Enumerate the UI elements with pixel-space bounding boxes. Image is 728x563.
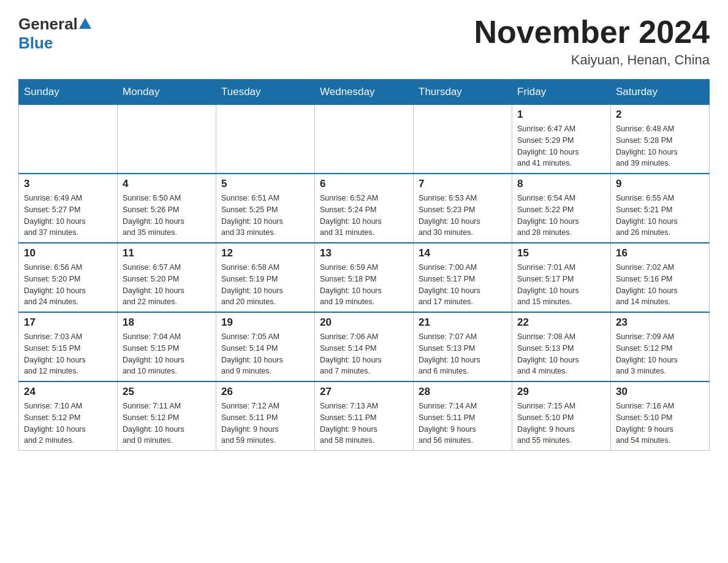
cell-day-number: 9 xyxy=(616,178,704,190)
calendar-cell: 26Sunrise: 7:12 AM Sunset: 5:11 PM Dayli… xyxy=(216,381,315,451)
cell-info: Sunrise: 7:14 AM Sunset: 5:11 PM Dayligh… xyxy=(419,400,507,446)
calendar-cell: 10Sunrise: 6:56 AM Sunset: 5:20 PM Dayli… xyxy=(19,243,118,312)
cell-info: Sunrise: 7:13 AM Sunset: 5:11 PM Dayligh… xyxy=(320,400,408,446)
week-row-3: 10Sunrise: 6:56 AM Sunset: 5:20 PM Dayli… xyxy=(19,243,710,312)
cell-day-number: 11 xyxy=(123,247,211,259)
cell-info: Sunrise: 6:51 AM Sunset: 5:25 PM Dayligh… xyxy=(221,193,309,239)
cell-info: Sunrise: 7:04 AM Sunset: 5:15 PM Dayligh… xyxy=(123,331,211,377)
cell-day-number: 5 xyxy=(221,178,309,190)
cell-info: Sunrise: 6:58 AM Sunset: 5:19 PM Dayligh… xyxy=(221,262,309,308)
week-row-4: 17Sunrise: 7:03 AM Sunset: 5:15 PM Dayli… xyxy=(19,312,710,381)
cell-day-number: 17 xyxy=(24,316,112,329)
cell-day-number: 27 xyxy=(320,386,408,398)
calendar-cell: 6Sunrise: 6:52 AM Sunset: 5:24 PM Daylig… xyxy=(315,174,414,243)
day-header-saturday: Saturday xyxy=(611,80,710,105)
calendar-cell: 11Sunrise: 6:57 AM Sunset: 5:20 PM Dayli… xyxy=(118,243,216,312)
calendar-cell: 29Sunrise: 7:15 AM Sunset: 5:10 PM Dayli… xyxy=(512,381,611,451)
cell-info: Sunrise: 6:48 AM Sunset: 5:28 PM Dayligh… xyxy=(616,123,704,169)
calendar-cell: 1Sunrise: 6:47 AM Sunset: 5:29 PM Daylig… xyxy=(512,105,611,174)
calendar-cell xyxy=(118,105,216,174)
cell-day-number: 25 xyxy=(123,386,211,398)
calendar-cell: 16Sunrise: 7:02 AM Sunset: 5:16 PM Dayli… xyxy=(611,243,710,312)
cell-info: Sunrise: 6:53 AM Sunset: 5:23 PM Dayligh… xyxy=(419,193,507,239)
day-header-monday: Monday xyxy=(118,80,216,105)
cell-info: Sunrise: 7:02 AM Sunset: 5:16 PM Dayligh… xyxy=(616,262,704,308)
cell-info: Sunrise: 6:54 AM Sunset: 5:22 PM Dayligh… xyxy=(517,193,605,239)
week-row-1: 1Sunrise: 6:47 AM Sunset: 5:29 PM Daylig… xyxy=(19,105,710,174)
logo-general-text: General xyxy=(18,15,78,34)
cell-day-number: 21 xyxy=(419,316,507,329)
cell-day-number: 24 xyxy=(24,386,112,398)
week-row-5: 24Sunrise: 7:10 AM Sunset: 5:12 PM Dayli… xyxy=(19,381,710,451)
cell-info: Sunrise: 7:01 AM Sunset: 5:17 PM Dayligh… xyxy=(517,262,605,308)
cell-info: Sunrise: 7:10 AM Sunset: 5:12 PM Dayligh… xyxy=(24,400,112,446)
calendar-cell xyxy=(19,105,118,174)
cell-day-number: 7 xyxy=(419,178,507,190)
day-header-tuesday: Tuesday xyxy=(216,80,315,105)
cell-day-number: 6 xyxy=(320,178,408,190)
cell-info: Sunrise: 7:03 AM Sunset: 5:15 PM Dayligh… xyxy=(24,331,112,377)
calendar-cell: 8Sunrise: 6:54 AM Sunset: 5:22 PM Daylig… xyxy=(512,174,611,243)
cell-day-number: 3 xyxy=(24,178,112,190)
cell-info: Sunrise: 7:06 AM Sunset: 5:14 PM Dayligh… xyxy=(320,331,408,377)
logo: General Blue xyxy=(18,15,93,53)
week-row-2: 3Sunrise: 6:49 AM Sunset: 5:27 PM Daylig… xyxy=(19,174,710,243)
cell-info: Sunrise: 6:50 AM Sunset: 5:26 PM Dayligh… xyxy=(123,193,211,239)
cell-info: Sunrise: 6:59 AM Sunset: 5:18 PM Dayligh… xyxy=(320,262,408,308)
calendar-cell: 23Sunrise: 7:09 AM Sunset: 5:12 PM Dayli… xyxy=(611,312,710,381)
cell-info: Sunrise: 6:49 AM Sunset: 5:27 PM Dayligh… xyxy=(24,193,112,239)
cell-info: Sunrise: 7:09 AM Sunset: 5:12 PM Dayligh… xyxy=(616,331,704,377)
calendar-cell: 20Sunrise: 7:06 AM Sunset: 5:14 PM Dayli… xyxy=(315,312,414,381)
cell-day-number: 16 xyxy=(616,247,704,259)
calendar-cell: 14Sunrise: 7:00 AM Sunset: 5:17 PM Dayli… xyxy=(414,243,512,312)
calendar-cell: 4Sunrise: 6:50 AM Sunset: 5:26 PM Daylig… xyxy=(118,174,216,243)
cell-info: Sunrise: 7:15 AM Sunset: 5:10 PM Dayligh… xyxy=(517,400,605,446)
cell-info: Sunrise: 7:07 AM Sunset: 5:13 PM Dayligh… xyxy=(419,331,507,377)
cell-day-number: 23 xyxy=(616,316,704,329)
calendar-cell: 12Sunrise: 6:58 AM Sunset: 5:19 PM Dayli… xyxy=(216,243,315,312)
cell-day-number: 22 xyxy=(517,316,605,329)
cell-day-number: 14 xyxy=(419,247,507,259)
day-header-row: SundayMondayTuesdayWednesdayThursdayFrid… xyxy=(19,80,710,105)
cell-day-number: 13 xyxy=(320,247,408,259)
cell-day-number: 29 xyxy=(517,386,605,398)
cell-day-number: 19 xyxy=(221,316,309,329)
calendar-table: SundayMondayTuesdayWednesdayThursdayFrid… xyxy=(18,79,710,451)
cell-info: Sunrise: 6:57 AM Sunset: 5:20 PM Dayligh… xyxy=(123,262,211,308)
day-header-friday: Friday xyxy=(512,80,611,105)
calendar-cell: 24Sunrise: 7:10 AM Sunset: 5:12 PM Dayli… xyxy=(19,381,118,451)
cell-day-number: 8 xyxy=(517,178,605,190)
cell-day-number: 2 xyxy=(616,109,704,121)
calendar-cell: 27Sunrise: 7:13 AM Sunset: 5:11 PM Dayli… xyxy=(315,381,414,451)
logo-triangle-icon xyxy=(79,18,91,29)
day-header-wednesday: Wednesday xyxy=(315,80,414,105)
cell-day-number: 20 xyxy=(320,316,408,329)
cell-day-number: 18 xyxy=(123,316,211,329)
cell-info: Sunrise: 6:47 AM Sunset: 5:29 PM Dayligh… xyxy=(517,123,605,169)
calendar-cell: 13Sunrise: 6:59 AM Sunset: 5:18 PM Dayli… xyxy=(315,243,414,312)
calendar-subtitle: Kaiyuan, Henan, China xyxy=(474,52,710,68)
calendar-cell: 28Sunrise: 7:14 AM Sunset: 5:11 PM Dayli… xyxy=(414,381,512,451)
cell-info: Sunrise: 6:55 AM Sunset: 5:21 PM Dayligh… xyxy=(616,193,704,239)
cell-info: Sunrise: 7:05 AM Sunset: 5:14 PM Dayligh… xyxy=(221,331,309,377)
calendar-cell: 9Sunrise: 6:55 AM Sunset: 5:21 PM Daylig… xyxy=(611,174,710,243)
calendar-cell: 25Sunrise: 7:11 AM Sunset: 5:12 PM Dayli… xyxy=(118,381,216,451)
title-area: November 2024 Kaiyuan, Henan, China xyxy=(474,15,710,68)
logo-blue-text: Blue xyxy=(18,34,53,52)
cell-info: Sunrise: 7:11 AM Sunset: 5:12 PM Dayligh… xyxy=(123,400,211,446)
cell-day-number: 4 xyxy=(123,178,211,190)
cell-info: Sunrise: 6:56 AM Sunset: 5:20 PM Dayligh… xyxy=(24,262,112,308)
cell-info: Sunrise: 7:08 AM Sunset: 5:13 PM Dayligh… xyxy=(517,331,605,377)
cell-info: Sunrise: 7:00 AM Sunset: 5:17 PM Dayligh… xyxy=(419,262,507,308)
calendar-title: November 2024 xyxy=(474,15,710,50)
calendar-cell xyxy=(414,105,512,174)
calendar-cell: 2Sunrise: 6:48 AM Sunset: 5:28 PM Daylig… xyxy=(611,105,710,174)
cell-day-number: 26 xyxy=(221,386,309,398)
calendar-cell: 3Sunrise: 6:49 AM Sunset: 5:27 PM Daylig… xyxy=(19,174,118,243)
cell-info: Sunrise: 7:12 AM Sunset: 5:11 PM Dayligh… xyxy=(221,400,309,446)
cell-day-number: 12 xyxy=(221,247,309,259)
calendar-cell: 21Sunrise: 7:07 AM Sunset: 5:13 PM Dayli… xyxy=(414,312,512,381)
day-header-sunday: Sunday xyxy=(19,80,118,105)
calendar-cell: 5Sunrise: 6:51 AM Sunset: 5:25 PM Daylig… xyxy=(216,174,315,243)
day-header-thursday: Thursday xyxy=(414,80,512,105)
